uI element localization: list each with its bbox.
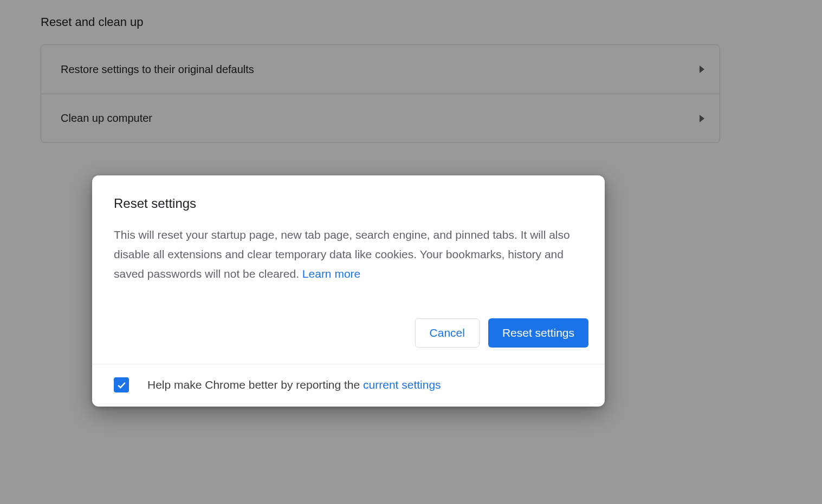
- dialog-actions: Cancel Reset settings: [92, 300, 605, 364]
- footer-text-prefix: Help make Chrome better by reporting the: [147, 378, 363, 391]
- reset-settings-dialog: Reset settings This will reset your star…: [92, 175, 605, 407]
- check-icon: [116, 379, 127, 390]
- report-settings-checkbox[interactable]: [114, 377, 129, 392]
- dialog-description: This will reset your startup page, new t…: [114, 225, 583, 284]
- dialog-body: Reset settings This will reset your star…: [92, 175, 605, 300]
- dialog-title: Reset settings: [114, 196, 583, 211]
- learn-more-link[interactable]: Learn more: [302, 267, 360, 280]
- cancel-button[interactable]: Cancel: [415, 318, 480, 348]
- dialog-footer: Help make Chrome better by reporting the…: [92, 364, 605, 407]
- footer-text: Help make Chrome better by reporting the…: [147, 378, 441, 391]
- reset-settings-button[interactable]: Reset settings: [488, 318, 588, 348]
- current-settings-link[interactable]: current settings: [363, 378, 441, 391]
